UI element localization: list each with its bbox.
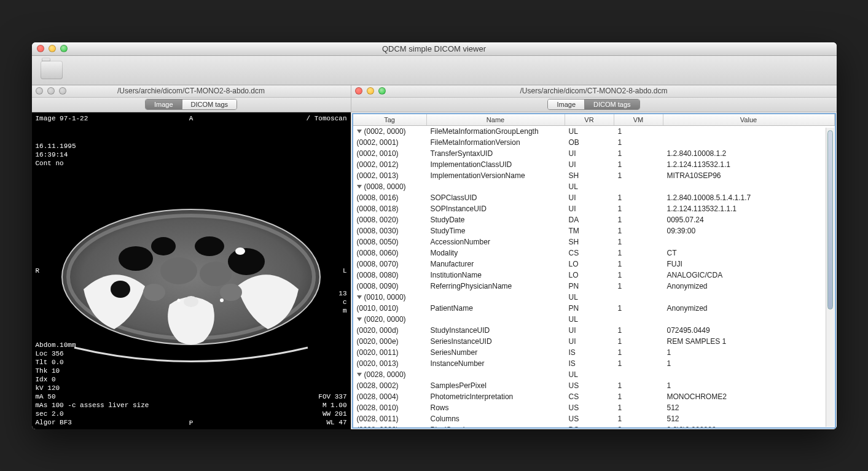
svg-point-9 bbox=[200, 262, 232, 286]
svg-point-11 bbox=[220, 284, 242, 301]
disclosure-triangle-icon[interactable] bbox=[357, 317, 362, 321]
svg-point-3 bbox=[119, 246, 153, 271]
table-row[interactable]: (0028, 0002)SamplesPerPixelUS11 bbox=[353, 380, 835, 391]
overlay-orient-posterior: P bbox=[189, 419, 194, 427]
svg-point-8 bbox=[160, 257, 197, 284]
overlay-orient-anterior: A bbox=[189, 115, 194, 122]
svg-point-14 bbox=[178, 299, 181, 302]
overlay-window-params: FOV 337M 1.00WW 201WL 47 bbox=[318, 392, 346, 427]
svg-point-2 bbox=[184, 296, 198, 307]
table-row[interactable]: (0020, 0000)UL bbox=[353, 314, 835, 325]
overlay-orient-right: R bbox=[36, 267, 40, 274]
table-row[interactable]: (0010, 0010)PatientNamePN1Anonymized bbox=[353, 303, 835, 314]
table-row[interactable]: (0008, 0016)SOPClassUIDUI11.2.840.10008.… bbox=[353, 192, 835, 203]
table-row[interactable]: (0028, 0010)RowsUS1512 bbox=[353, 402, 835, 413]
table-row[interactable]: (0028, 0000)UL bbox=[353, 369, 835, 380]
sub2-minimize-icon[interactable] bbox=[367, 87, 374, 95]
disclosure-triangle-icon[interactable] bbox=[357, 295, 362, 299]
table-row[interactable]: (0002, 0012)ImplementationClassUIDUI11.2… bbox=[353, 159, 835, 170]
left-sub-titlebar[interactable]: /Users/archie/dicom/CT-MONO2-8-abdo.dcm bbox=[32, 85, 351, 98]
col-name[interactable]: Name bbox=[427, 114, 565, 125]
vertical-scrollbar[interactable] bbox=[826, 128, 834, 427]
svg-point-4 bbox=[151, 237, 176, 255]
table-row[interactable]: (0008, 0020)StudyDateDA10095.07.24 bbox=[353, 214, 835, 225]
svg-point-7 bbox=[111, 281, 130, 298]
table-row[interactable]: (0020, 000d)StudyInstanceUIDUI1072495.04… bbox=[353, 325, 835, 336]
svg-point-12 bbox=[235, 247, 245, 255]
sub2-close-icon[interactable] bbox=[355, 87, 362, 95]
window-title: QDCM simple DICOM viewer bbox=[382, 44, 486, 53]
close-icon[interactable] bbox=[37, 45, 44, 52]
right-doc-path: /Users/archie/dicom/CT-MONO2-8-abdo.dcm bbox=[520, 87, 667, 95]
tab-dicom-tags[interactable]: DICOM tags bbox=[182, 99, 237, 109]
overlay-orient-left: L bbox=[343, 267, 347, 274]
scrollbar-thumb[interactable] bbox=[827, 130, 833, 309]
toolbar bbox=[32, 56, 837, 85]
table-row[interactable]: (0008, 0060)ModalityCS1CT bbox=[353, 247, 835, 259]
tab-dicom-tags-2[interactable]: DICOM tags bbox=[584, 99, 639, 109]
sub2-zoom-icon[interactable] bbox=[378, 87, 386, 95]
right-sub-titlebar[interactable]: /Users/archie/dicom/CT-MONO2-8-abdo.dcm bbox=[351, 85, 837, 98]
col-vr[interactable]: VR bbox=[565, 114, 614, 125]
table-row[interactable]: (0028, 0030)PixelSpacingDS20.2\0\0.20000… bbox=[353, 424, 835, 429]
col-tag[interactable]: Tag bbox=[353, 114, 427, 125]
disclosure-triangle-icon[interactable] bbox=[357, 373, 362, 376]
table-header[interactable]: Tag Name VR VM Value bbox=[353, 114, 835, 126]
svg-point-10 bbox=[143, 284, 165, 301]
table-row[interactable]: (0028, 0011)ColumnsUS1512 bbox=[353, 413, 835, 424]
disclosure-triangle-icon[interactable] bbox=[357, 130, 362, 133]
minimize-icon[interactable] bbox=[49, 45, 56, 52]
table-row[interactable]: (0020, 0011)SeriesNumberIS11 bbox=[353, 347, 835, 358]
tab-image-2[interactable]: Image bbox=[548, 99, 584, 109]
image-pane: /Users/archie/dicom/CT-MONO2-8-abdo.dcm … bbox=[32, 85, 351, 429]
table-row[interactable]: (0002, 0010)TransferSyntaxUIDUI11.2.840.… bbox=[353, 148, 835, 159]
table-row[interactable]: (0002, 0000)FileMetaInformationGroupLeng… bbox=[353, 126, 835, 137]
zoom-icon[interactable] bbox=[60, 45, 68, 52]
dicom-tags-table[interactable]: Tag Name VR VM Value (0002, 0000)FileMet… bbox=[352, 113, 836, 429]
table-row[interactable]: (0028, 0004)PhotometricInterpretationCS1… bbox=[353, 391, 835, 402]
table-row[interactable]: (0008, 0018)SOPInstanceUIDUI11.2.124.113… bbox=[353, 203, 835, 214]
sub-zoom-icon[interactable] bbox=[59, 87, 66, 95]
overlay-scanner: / Tomoscan bbox=[306, 115, 346, 122]
left-tab-bar: Image DICOM tags bbox=[32, 98, 351, 112]
table-row[interactable]: (0008, 0090)ReferringPhysicianNamePN1Ano… bbox=[353, 281, 835, 292]
main-titlebar[interactable]: QDCM simple DICOM viewer bbox=[32, 42, 837, 56]
tab-image[interactable]: Image bbox=[146, 99, 182, 109]
overlay-acq-params: Abdom.10mmLoc 356Tlt 0.0Thk 10Idx 0kV 12… bbox=[36, 341, 149, 427]
table-row[interactable]: (0008, 0030)StudyTimeTM109:39:00 bbox=[353, 225, 835, 236]
table-row[interactable]: (0002, 0001)FileMetaInformationVersionOB… bbox=[353, 137, 835, 148]
table-row[interactable]: (0020, 000e)SeriesInstanceUIDUI1REM SAMP… bbox=[353, 336, 835, 347]
table-row[interactable]: (0020, 0013)InstanceNumberIS11 bbox=[353, 358, 835, 369]
table-row[interactable]: (0008, 0000)UL bbox=[353, 181, 835, 192]
table-row[interactable]: (0008, 0050)AccessionNumberSH1 bbox=[353, 236, 835, 247]
table-row[interactable]: (0008, 0080)InstitutionNameLO1ANALOGIC/C… bbox=[353, 270, 835, 281]
svg-point-6 bbox=[228, 248, 265, 275]
svg-point-13 bbox=[220, 298, 224, 302]
overlay-image-id: Image 97-1-22 bbox=[36, 115, 88, 122]
sub-close-icon[interactable] bbox=[36, 87, 43, 95]
table-row[interactable]: (0002, 0013)ImplementationVersionNameSH1… bbox=[353, 170, 835, 181]
table-row[interactable]: (0008, 0070)ManufacturerLO1FUJI bbox=[353, 259, 835, 270]
disclosure-triangle-icon[interactable] bbox=[357, 185, 362, 189]
open-folder-button[interactable] bbox=[41, 61, 63, 79]
col-value[interactable]: Value bbox=[663, 114, 835, 125]
right-tab-bar: Image DICOM tags bbox=[351, 98, 837, 112]
col-vm[interactable]: VM bbox=[614, 114, 663, 125]
main-window: QDCM simple DICOM viewer /Users/archie/d… bbox=[32, 42, 837, 429]
dicom-image-viewport[interactable]: Image 97-1-22 A / Tomoscan 16.11.1995 16… bbox=[32, 112, 351, 429]
sub-minimize-icon[interactable] bbox=[47, 87, 55, 95]
left-doc-path: /Users/archie/dicom/CT-MONO2-8-abdo.dcm bbox=[117, 87, 265, 95]
overlay-scale: 13 c m bbox=[338, 289, 346, 315]
overlay-datetime: 16.11.1995 16:39:14 Cont no bbox=[36, 142, 76, 168]
tags-pane: /Users/archie/dicom/CT-MONO2-8-abdo.dcm … bbox=[351, 85, 837, 429]
ct-slice-graphic bbox=[56, 203, 326, 363]
table-row[interactable]: (0010, 0000)UL bbox=[353, 292, 835, 303]
svg-point-5 bbox=[195, 236, 224, 256]
